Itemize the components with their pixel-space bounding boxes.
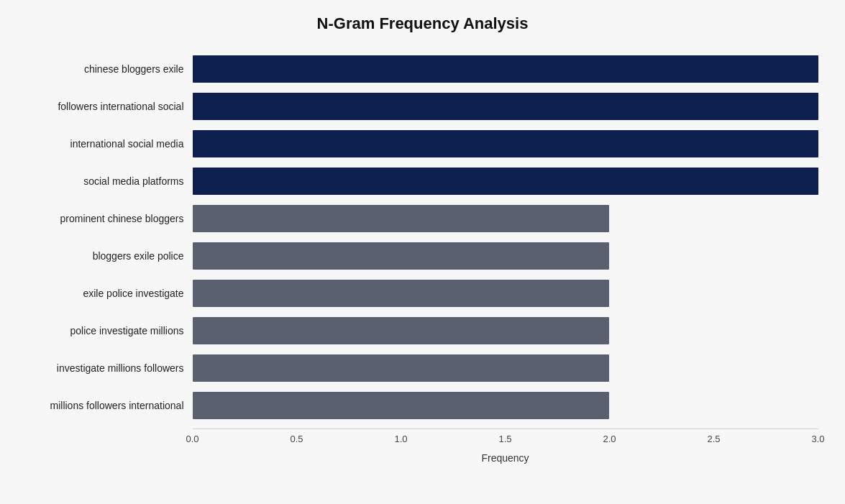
bar-row: social media platforms: [27, 162, 818, 200]
bar-fill: [193, 392, 610, 419]
bar-fill: [193, 93, 818, 120]
bar-track: [193, 205, 818, 232]
x-axis-tick: 3.0: [811, 434, 824, 444]
bar-row: chinese bloggers exile: [27, 50, 818, 88]
x-axis-label: Frequency: [193, 452, 818, 464]
bar-track: [193, 242, 818, 270]
bar-fill: [193, 205, 610, 232]
bar-row: bloggers exile police: [27, 237, 818, 275]
x-axis-ticks: 0.00.51.01.52.02.53.0: [193, 434, 818, 448]
bar-label: police investigate millions: [27, 325, 193, 336]
bar-row: police investigate millions: [27, 312, 818, 349]
x-axis-line: [193, 429, 818, 429]
bar-row: exile police investigate: [27, 275, 818, 312]
x-axis-area: 0.00.51.01.52.02.53.0 Frequency: [27, 429, 818, 464]
bar-row: millions followers international: [27, 387, 818, 424]
chart-container: chinese bloggers exilefollowers internat…: [27, 50, 818, 464]
bars-area: chinese bloggers exilefollowers internat…: [27, 50, 818, 424]
bar-track: [193, 55, 818, 83]
bar-fill: [193, 242, 610, 270]
bar-row: prominent chinese bloggers: [27, 200, 818, 237]
bar-label: investigate millions followers: [27, 362, 193, 374]
bar-fill: [193, 55, 818, 83]
x-axis-tick: 2.0: [603, 434, 616, 444]
bar-track: [193, 168, 818, 195]
bar-label: prominent chinese bloggers: [27, 213, 193, 224]
bar-label: bloggers exile police: [27, 250, 193, 262]
bar-label: millions followers international: [27, 400, 193, 411]
chart-title: N-Gram Frequency Analysis: [317, 14, 529, 33]
bar-track: [193, 130, 818, 157]
bar-track: [193, 317, 818, 344]
x-axis-tick: 1.5: [498, 434, 511, 444]
bar-track: [193, 392, 818, 419]
bar-label: followers international social: [27, 101, 193, 112]
bar-track: [193, 354, 818, 382]
bar-row: followers international social: [27, 88, 818, 125]
bar-row: international social media: [27, 125, 818, 162]
bar-fill: [193, 354, 610, 382]
bar-label: chinese bloggers exile: [27, 63, 193, 75]
bar-track: [193, 280, 818, 307]
bar-label: international social media: [27, 138, 193, 150]
bar-label: social media platforms: [27, 175, 193, 187]
x-axis-tick: 0.0: [186, 434, 198, 444]
bar-fill: [193, 168, 818, 195]
x-axis-tick: 2.5: [707, 434, 720, 444]
bar-row: investigate millions followers: [27, 349, 818, 387]
bar-fill: [193, 317, 610, 344]
x-axis-tick: 0.5: [290, 434, 303, 444]
bar-track: [193, 93, 818, 120]
bar-fill: [193, 280, 610, 307]
bar-fill: [193, 130, 818, 157]
x-axis-tick: 1.0: [394, 434, 407, 444]
bar-label: exile police investigate: [27, 288, 193, 299]
